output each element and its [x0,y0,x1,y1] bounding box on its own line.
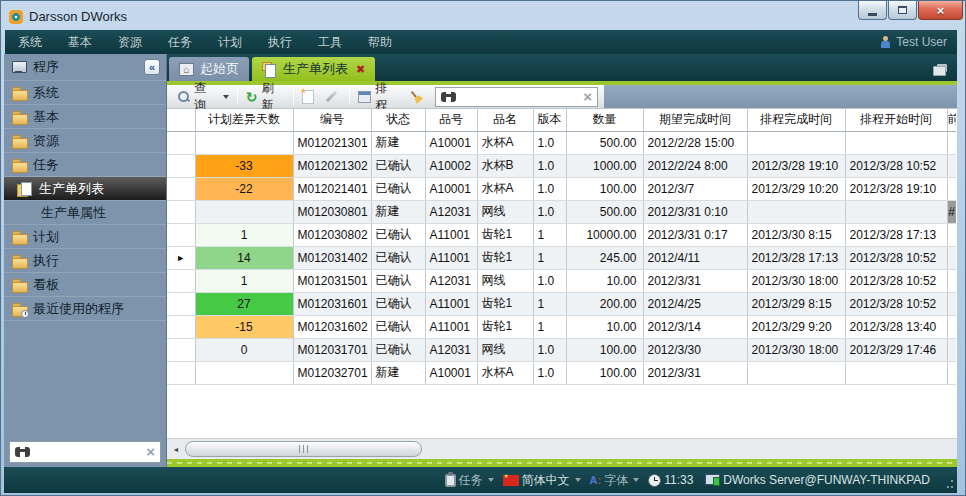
cell-qty[interactable]: 500.00 [566,200,643,223]
cell-version[interactable]: 1 [533,223,566,246]
cell-sched-start[interactable] [845,200,947,223]
cell-item-name[interactable]: 水杯B [477,154,533,177]
cell-item-name[interactable]: 水杯A [477,361,533,384]
cell-order-no[interactable]: M012021401 [293,177,371,200]
cell-due-time[interactable]: 2012/3/31 0:10 [643,200,747,223]
cell-diff-days[interactable] [195,131,293,154]
col-status[interactable]: 状态 [371,109,425,131]
cell-item-name[interactable]: 齿轮1 [477,292,533,315]
cell-version[interactable]: 1.0 [533,154,566,177]
col-item-no[interactable]: 品号 [425,109,477,131]
cell-due-time[interactable]: 2012/2/24 8:00 [643,154,747,177]
cell-extra[interactable] [947,315,956,338]
cell-extra[interactable]: # [947,200,956,223]
cell-version[interactable]: 1.0 [533,361,566,384]
table-row[interactable]: ►14M012031402已确认A11001齿轮11245.002012/4/1… [167,246,956,269]
cell-order-no[interactable]: M012030801 [293,200,371,223]
cell-sched-end[interactable] [747,361,845,384]
cell-sched-start[interactable] [845,361,947,384]
sidebar-item-selected[interactable]: 生产单列表 [4,177,166,201]
cell-extra[interactable] [947,292,956,315]
cell-item-no[interactable]: A10001 [425,131,477,154]
cell-order-no[interactable]: M012032701 [293,361,371,384]
cell-sched-start[interactable]: 2012/3/28 10:52 [845,292,947,315]
cell-version[interactable]: 1 [533,292,566,315]
menu-item[interactable]: 系统 [5,34,55,51]
col-sched-start[interactable]: 排程开始时间 [845,109,947,131]
cell-due-time[interactable]: 2012/3/31 [643,269,747,292]
cell-item-no[interactable]: A10001 [425,361,477,384]
close-button[interactable]: × [918,1,963,20]
row-indicator[interactable] [167,200,195,223]
cell-sched-end[interactable] [747,131,845,154]
cell-item-name[interactable]: 齿轮1 [477,223,533,246]
table-row[interactable]: M012030801新建A12031网线1.0500.002012/3/31 0… [167,200,956,223]
menu-item[interactable]: 资源 [105,34,155,51]
user-area[interactable]: Test User [880,35,947,49]
cell-order-no[interactable]: M012021301 [293,131,371,154]
title-bar[interactable]: Darsson DWorks [5,3,957,30]
row-indicator[interactable] [167,361,195,384]
col-diff-days[interactable]: 计划差异天数 [195,109,293,131]
col-extra[interactable]: 前 [947,109,956,131]
cell-extra[interactable] [947,223,956,246]
scrollbar-thumb[interactable] [185,441,422,457]
toolbar-search-input[interactable] [456,90,583,104]
cell-extra[interactable] [947,131,956,154]
cell-qty[interactable]: 100.00 [566,338,643,361]
cell-status[interactable]: 新建 [371,200,425,223]
cell-qty[interactable]: 245.00 [566,246,643,269]
sidebar-collapse-button[interactable]: « [144,59,160,75]
cell-item-no[interactable]: A11001 [425,246,477,269]
menu-item[interactable]: 基本 [55,34,105,51]
cell-item-no[interactable]: A12031 [425,200,477,223]
tab-production-order-list[interactable]: 生产单列表 ✖ [252,57,375,81]
col-indicator[interactable] [167,109,195,131]
clean-button[interactable] [403,90,429,104]
cell-diff-days[interactable] [195,200,293,223]
cell-sched-end[interactable]: 2012/3/30 18:00 [747,338,845,361]
sidebar-item-node[interactable]: 计划 [4,225,166,249]
cell-version[interactable]: 1 [533,315,566,338]
horizontal-scrollbar[interactable]: ◄ [167,438,957,459]
sidebar-item-node[interactable]: 看板 [4,273,166,297]
sidebar-item-node[interactable]: 系统 [4,81,166,105]
col-item-name[interactable]: 品名 [477,109,533,131]
col-order-no[interactable]: 编号 [293,109,371,131]
cell-diff-days[interactable]: -22 [195,177,293,200]
status-font-menu[interactable]: A: 字体 [590,472,640,489]
cell-status[interactable]: 已确认 [371,269,425,292]
table-row[interactable]: -15M012031602已确认A11001齿轮1110.002012/3/14… [167,315,956,338]
cell-extra[interactable] [947,361,956,384]
table-row[interactable]: 0M012031701已确认A12031网线1.0100.002012/3/30… [167,338,956,361]
cell-due-time[interactable]: 2012/3/31 0:17 [643,223,747,246]
menu-item[interactable]: 执行 [255,34,305,51]
cell-sched-end[interactable]: 2012/3/29 8:15 [747,292,845,315]
row-indicator[interactable] [167,154,195,177]
cell-sched-end[interactable]: 2012/3/28 17:13 [747,246,845,269]
cell-qty[interactable]: 200.00 [566,292,643,315]
cell-order-no[interactable]: M012021302 [293,154,371,177]
sidebar-search-clear-icon[interactable]: × [146,445,155,459]
cell-version[interactable]: 1 [533,246,566,269]
sidebar-search-input[interactable] [30,445,146,459]
cell-status[interactable]: 已确认 [371,292,425,315]
window-cascade-icon[interactable] [933,64,947,76]
cell-item-no[interactable]: A11001 [425,223,477,246]
cell-extra[interactable] [947,338,956,361]
col-qty[interactable]: 数量 [566,109,643,131]
scroll-left-arrow-icon[interactable]: ◄ [169,442,183,457]
cell-diff-days[interactable]: 0 [195,338,293,361]
cell-item-name[interactable]: 水杯A [477,177,533,200]
menu-item[interactable]: 计划 [205,34,255,51]
resize-grip-icon[interactable] [944,479,954,489]
maximize-button[interactable] [888,1,917,20]
cell-version[interactable]: 1.0 [533,269,566,292]
cell-sched-start[interactable]: 2012/3/28 17:13 [845,223,947,246]
cell-sched-start[interactable]: 2012/3/28 19:10 [845,177,947,200]
cell-diff-days[interactable]: -15 [195,315,293,338]
cell-item-name[interactable]: 网线 [477,200,533,223]
table-row[interactable]: M012032701新建A10001水杯A1.0100.002012/3/31 [167,361,956,384]
cell-qty[interactable]: 1000.00 [566,154,643,177]
cell-item-name[interactable]: 网线 [477,269,533,292]
